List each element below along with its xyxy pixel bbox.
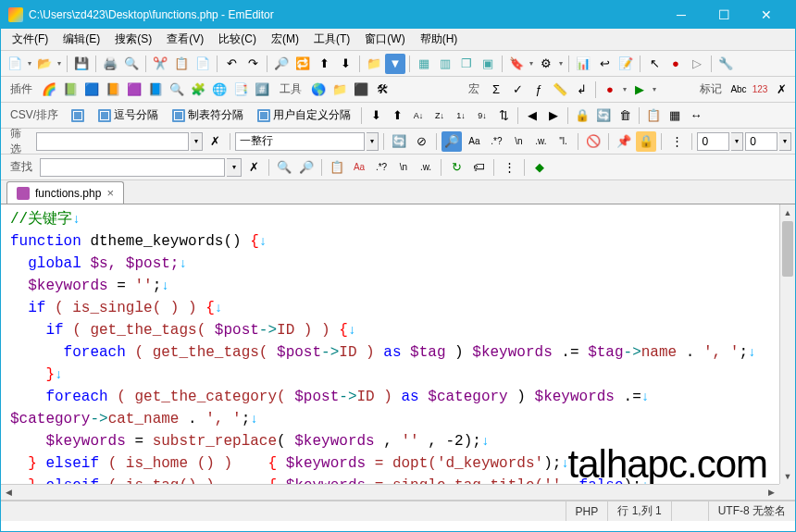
minimize-button[interactable]: ─	[660, 1, 703, 29]
plugin-diff-icon[interactable]: 📗	[60, 80, 81, 100]
find-symbol-icon[interactable]: ◆	[529, 157, 550, 178]
config-dropdown[interactable]: ▾	[557, 59, 565, 68]
open-file-icon[interactable]: 📂	[34, 54, 55, 74]
sort-desc-icon[interactable]: ⬆	[387, 105, 407, 126]
plugin-wordcomplete-icon[interactable]: 📑	[230, 80, 251, 100]
code-content[interactable]: //关键字↓ function dtheme_keywords() {↓ glo…	[1, 204, 795, 501]
find-close-icon[interactable]: ✗	[243, 157, 264, 178]
tab-close-icon[interactable]: ×	[106, 186, 114, 200]
filter-whole-icon[interactable]: "l.	[553, 131, 573, 152]
plugin-projects-icon[interactable]: 📘	[145, 80, 166, 100]
scroll-right-icon[interactable]: ▶	[764, 485, 779, 500]
menu-compare[interactable]: 比较(C)	[211, 29, 264, 50]
plugin-wordcount-icon[interactable]: #️⃣	[252, 80, 272, 100]
tool-ie-icon[interactable]: 🌎	[308, 80, 329, 100]
filter-regex-icon[interactable]: .*?	[486, 131, 506, 152]
plugin-snippets-icon[interactable]: 🧩	[188, 80, 208, 100]
replace-icon[interactable]: 🔁	[292, 54, 313, 74]
filter-lines-above[interactable]: 0	[697, 132, 729, 151]
filter-scope-input[interactable]	[235, 132, 365, 151]
delete-dup-icon[interactable]: 🗑	[615, 105, 635, 126]
csv-normal-mode[interactable]	[65, 105, 91, 126]
filter-history-dropdown[interactable]: ▾	[191, 132, 203, 151]
bookmark-dropdown[interactable]: ▾	[528, 59, 535, 68]
sort-num-asc-icon[interactable]: 1↓	[451, 105, 471, 126]
menu-edit[interactable]: 编辑(E)	[56, 29, 107, 50]
find-wrap-icon[interactable]: ↻	[446, 157, 466, 178]
find-word-icon[interactable]: .w.	[416, 157, 436, 178]
macro-play-icon[interactable]: ▷	[687, 54, 707, 74]
csv-user-sep[interactable]: 用户自定义分隔	[251, 105, 357, 126]
csv-comma-sep[interactable]: 逗号分隔	[92, 105, 165, 126]
filter-clear-icon[interactable]: ✗	[205, 131, 225, 152]
code-editor[interactable]: //关键字↓ function dtheme_keywords() {↓ glo…	[1, 204, 795, 501]
arrow-cursor-icon[interactable]: ↖	[644, 54, 665, 74]
plugin-search-icon[interactable]: 🔍	[167, 80, 187, 100]
status-encoding[interactable]: UTF-8 无签名	[708, 501, 795, 521]
filter-incremental-icon[interactable]: 🔎	[442, 131, 462, 152]
marker-spell-icon[interactable]: Abc	[728, 80, 749, 100]
find-incremental-icon[interactable]: 📋	[327, 157, 347, 178]
menu-search[interactable]: 搜索(S)	[107, 29, 159, 50]
bookmark-icon[interactable]: 🔖	[506, 54, 527, 74]
macro-ruler-icon[interactable]: 📏	[550, 80, 570, 100]
filter-toggle-icon[interactable]: ▼	[385, 54, 405, 74]
menu-window[interactable]: 窗口(W)	[357, 29, 412, 50]
horizontal-scrollbar[interactable]: ◀ ▶	[1, 484, 779, 500]
adjust-col-icon[interactable]: ↔	[686, 105, 706, 126]
large-file-icon[interactable]: 📊	[573, 54, 593, 74]
scroll-left-icon[interactable]: ◀	[1, 485, 17, 500]
filter-lines-above-dd[interactable]: ▾	[731, 132, 743, 151]
find-count-icon[interactable]: 🏷	[468, 157, 489, 178]
status-language[interactable]: PHP	[566, 501, 608, 521]
print-preview-icon[interactable]: 🔍	[121, 54, 142, 74]
tile-icon[interactable]: ▣	[478, 54, 498, 74]
filter-refresh-icon[interactable]: 🔄	[389, 131, 409, 152]
properties-icon[interactable]: 📝	[616, 54, 636, 74]
find-prev-icon[interactable]: ⬆	[314, 54, 334, 74]
vertical-scrollbar[interactable]: ▲ ▼	[779, 204, 795, 484]
convert-icon[interactable]: 🔄	[593, 105, 614, 126]
filter-case-icon[interactable]: Aa	[464, 131, 484, 152]
sort-num-desc-icon[interactable]: 9↓	[472, 105, 492, 126]
find-escape-icon[interactable]: \n	[393, 157, 414, 178]
filter-negative-icon[interactable]: 🚫	[583, 131, 603, 152]
macro-sum-icon[interactable]: Σ	[486, 80, 506, 100]
scroll-thumb[interactable]	[782, 221, 793, 277]
macro-run-dropdown[interactable]: ▾	[651, 85, 658, 93]
tool-cmd-icon[interactable]: ⬛	[351, 80, 371, 100]
macro-rec-icon[interactable]: ●	[600, 80, 620, 100]
heading-icon[interactable]: 📋	[643, 105, 664, 126]
tab-functions-php[interactable]: functions.php ×	[6, 181, 124, 204]
window-split-v-icon[interactable]: ▥	[435, 54, 455, 74]
cut-icon[interactable]: ✂️	[150, 54, 170, 74]
print-icon[interactable]: 🖨️	[100, 54, 120, 74]
filter-word-icon[interactable]: .w.	[530, 131, 551, 152]
filter-scope-dropdown[interactable]: ▾	[367, 132, 379, 151]
find-advanced-icon[interactable]: ⋮	[499, 157, 519, 178]
plugin-webpreview-icon[interactable]: 🌐	[209, 80, 230, 100]
find-history-dropdown[interactable]: ▾	[227, 158, 242, 177]
filter-bookmark-icon[interactable]: 📌	[614, 131, 634, 152]
menu-view[interactable]: 查看(V)	[159, 29, 211, 50]
plugin-outline-icon[interactable]: 🟪	[124, 80, 144, 100]
find-icon[interactable]: 🔎	[271, 54, 292, 74]
filter-input[interactable]	[36, 132, 189, 151]
find-prev-icon[interactable]: 🔍	[274, 157, 294, 178]
find-case-icon[interactable]: Aa	[349, 157, 369, 178]
sort-az-icon[interactable]: A↓	[408, 105, 429, 126]
macro-js-icon[interactable]: ƒ	[529, 80, 549, 100]
menu-file[interactable]: 文件(F)	[5, 29, 56, 50]
window-split-h-icon[interactable]: ▦	[414, 54, 434, 74]
macro-record-icon[interactable]: ●	[665, 54, 686, 74]
save-icon[interactable]: 💾	[71, 54, 92, 74]
filter-advanced-icon[interactable]: ⋮	[666, 131, 687, 152]
macro-validate-icon[interactable]: ✓	[507, 80, 528, 100]
open-file-dropdown[interactable]: ▾	[56, 59, 63, 68]
marker-highlight-icon[interactable]: 123	[750, 80, 770, 100]
filter-escape-icon[interactable]: \n	[508, 131, 529, 152]
tool-config-icon[interactable]: 🛠	[372, 80, 392, 100]
spanner-icon[interactable]: 🔧	[715, 54, 736, 74]
col-left-icon[interactable]: ◀	[522, 105, 542, 126]
filter-extract-icon[interactable]: 🔒	[636, 131, 656, 152]
